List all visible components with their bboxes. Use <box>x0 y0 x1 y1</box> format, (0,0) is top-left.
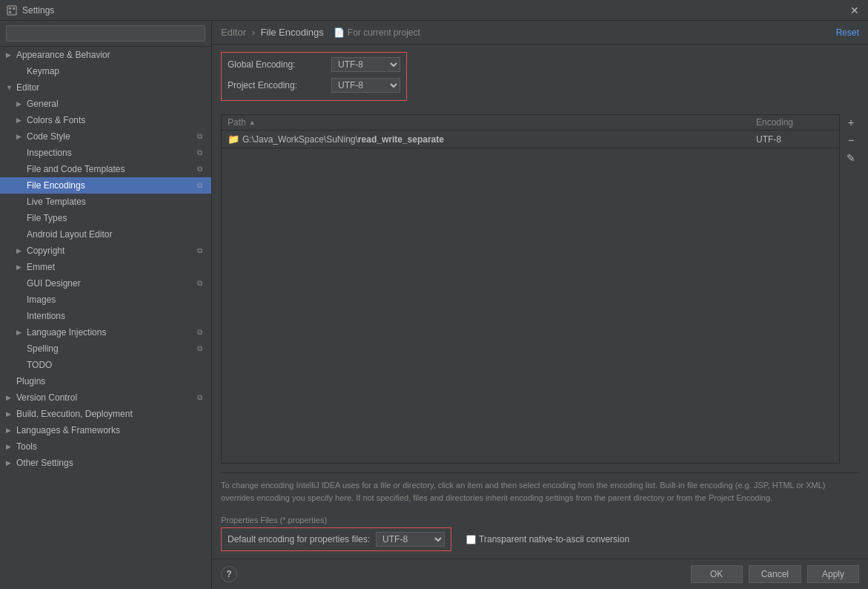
sidebar-item-label: GUI Designer <box>27 278 193 289</box>
sidebar-item-spelling[interactable]: Spelling⧉ <box>0 340 211 357</box>
sidebar-item-label: TODO <box>27 360 205 370</box>
copy-icon: ⧉ <box>193 147 205 159</box>
copy-icon: ⧉ <box>193 163 205 175</box>
remove-row-button[interactable]: − <box>843 132 859 148</box>
arrow-icon: ▶ <box>16 329 27 336</box>
encoding-header: Encoding <box>750 115 839 130</box>
arrow-icon: ▼ <box>6 84 16 91</box>
sidebar-item-code-style[interactable]: ▶Code Style⧉ <box>0 128 211 145</box>
sidebar-item-inspections[interactable]: Inspections⧉ <box>0 145 211 161</box>
settings-icon <box>6 4 18 16</box>
sidebar-item-intentions[interactable]: Intentions <box>0 308 211 324</box>
cancel-button[interactable]: Cancel <box>749 565 801 583</box>
arrow-icon: ▶ <box>16 247 27 254</box>
arrow-icon: ▶ <box>6 410 16 418</box>
content-header: Editor › File Encodings 📄 For current pr… <box>212 21 868 45</box>
transparent-label: Transparent native-to-ascii conversion <box>479 534 629 544</box>
table-side-buttons: + − ✎ <box>840 114 859 470</box>
edit-row-button[interactable]: ✎ <box>843 150 859 166</box>
ok-button[interactable]: OK <box>691 565 743 583</box>
window-title: Settings <box>22 5 847 16</box>
sidebar-item-build-execution[interactable]: ▶Build, Execution, Deployment <box>0 406 211 422</box>
sidebar-item-languages-frameworks[interactable]: ▶Languages & Frameworks <box>0 422 211 438</box>
sidebar-item-label: General <box>27 99 205 109</box>
default-encoding-select[interactable]: UTF-8 UTF-16 ISO-8859-1 <box>376 532 445 547</box>
sidebar-item-colors-fonts[interactable]: ▶Colors & Fonts <box>0 112 211 128</box>
sidebar-item-label: Copyright <box>27 246 193 256</box>
arrow-icon: ▶ <box>16 263 27 271</box>
info-text: To change encoding IntelliJ IDEA uses fo… <box>221 473 859 510</box>
sidebar-item-emmet[interactable]: ▶Emmet <box>0 259 211 275</box>
sidebar-item-appearance[interactable]: ▶Appearance & Behavior <box>0 47 211 63</box>
path-cell: 📁G:\Java_WorkSpace\SuNing\read_write_sep… <box>222 131 750 147</box>
copy-icon: ⧉ <box>193 277 205 289</box>
sidebar-item-file-encodings[interactable]: File Encodings⧉ <box>0 177 211 194</box>
sidebar-item-todo[interactable]: TODO <box>0 357 211 373</box>
sidebar-item-label: File and Code Templates <box>27 164 193 174</box>
table-container: Path Encoding 📁G:\Java_WorkSpace\SuNing\… <box>221 114 859 470</box>
apply-button[interactable]: Apply <box>807 565 859 583</box>
arrow-icon: ▶ <box>16 133 27 140</box>
properties-encoding-box: Default encoding for properties files: U… <box>221 527 451 551</box>
copy-icon: ⧉ <box>193 131 205 142</box>
breadcrumb-editor: Editor <box>221 27 246 38</box>
breadcrumb-separator: › <box>252 27 255 38</box>
sidebar-item-label: Editor <box>16 82 205 93</box>
sidebar-item-version-control[interactable]: ▶Version Control⧉ <box>0 389 211 406</box>
sidebar-item-gui-designer[interactable]: GUI Designer⧉ <box>0 275 211 292</box>
sidebar-item-label: Keymap <box>27 66 205 76</box>
folder-icon: 📁 <box>228 134 239 145</box>
sidebar-item-plugins[interactable]: Plugins <box>0 373 211 389</box>
sidebar-item-label: File Types <box>27 213 205 223</box>
sidebar-tree: ▶Appearance & BehaviorKeymap▼Editor▶Gene… <box>0 47 211 471</box>
sidebar-item-editor[interactable]: ▼Editor <box>0 79 211 96</box>
project-encoding-select[interactable]: UTF-8 UTF-16 ISO-8859-1 <box>331 78 400 93</box>
sidebar-item-language-injections[interactable]: ▶Language Injections⧉ <box>0 324 211 340</box>
sidebar-item-other-settings[interactable]: ▶Other Settings <box>0 455 211 471</box>
copy-icon: ⧉ <box>193 343 205 355</box>
sidebar-item-live-templates[interactable]: Live Templates <box>0 194 211 210</box>
arrow-icon: ▶ <box>6 394 16 401</box>
close-button[interactable]: ✕ <box>847 3 862 18</box>
sidebar-item-android-layout[interactable]: Android Layout Editor <box>0 226 211 243</box>
project-encoding-label: Project Encoding: <box>228 80 331 91</box>
path-text: G:\Java_WorkSpace\SuNing\read_write_sepa… <box>242 134 444 145</box>
sidebar-item-label: Other Settings <box>16 458 205 468</box>
help-button[interactable]: ? <box>221 566 237 582</box>
sidebar-item-tools[interactable]: ▶Tools <box>0 438 211 455</box>
encoding-box: Global Encoding: UTF-8 UTF-16 ISO-8859-1… <box>221 52 407 101</box>
title-bar: Settings ✕ <box>0 0 868 21</box>
project-tag: 📄 For current project <box>334 27 420 38</box>
sidebar-item-label: Version Control <box>16 392 193 403</box>
sidebar-item-label: Intentions <box>27 311 205 321</box>
sidebar-item-label: Emmet <box>27 262 205 272</box>
arrow-icon: ▶ <box>6 51 16 59</box>
global-encoding-select[interactable]: UTF-8 UTF-16 ISO-8859-1 <box>331 57 400 72</box>
table-row[interactable]: 📁G:\Java_WorkSpace\SuNing\read_write_sep… <box>222 131 839 148</box>
sidebar-item-general[interactable]: ▶General <box>0 96 211 112</box>
path-header[interactable]: Path <box>222 115 750 130</box>
copy-icon: ⧉ <box>193 392 205 404</box>
svg-rect-0 <box>7 6 16 15</box>
svg-rect-3 <box>9 11 11 13</box>
sidebar-item-keymap[interactable]: Keymap <box>0 63 211 79</box>
sidebar-item-label: Inspections <box>27 148 193 158</box>
add-row-button[interactable]: + <box>843 114 859 131</box>
sidebar-item-label: File Encodings <box>27 180 193 191</box>
search-input[interactable] <box>6 25 205 42</box>
arrow-icon: ▶ <box>6 459 16 467</box>
transparent-checkbox-area: Transparent native-to-ascii conversion <box>466 534 629 544</box>
project-encoding-row: Project Encoding: UTF-8 UTF-16 ISO-8859-… <box>228 78 400 93</box>
sidebar-item-label: Languages & Frameworks <box>16 425 205 435</box>
sidebar-item-file-types[interactable]: File Types <box>0 210 211 226</box>
sidebar-item-images[interactable]: Images <box>0 292 211 308</box>
transparent-checkbox[interactable] <box>466 535 476 544</box>
sidebar-item-label: Images <box>27 294 205 305</box>
content-body: Global Encoding: UTF-8 UTF-16 ISO-8859-1… <box>212 45 868 559</box>
main-content: ▶Appearance & BehaviorKeymap▼Editor▶Gene… <box>0 21 868 589</box>
reset-link[interactable]: Reset <box>836 27 859 38</box>
sidebar-item-copyright[interactable]: ▶Copyright⧉ <box>0 243 211 259</box>
arrow-icon: ▶ <box>16 116 27 124</box>
sidebar-item-file-code-templates[interactable]: File and Code Templates⧉ <box>0 161 211 177</box>
sidebar-item-label: Language Injections <box>27 327 193 338</box>
